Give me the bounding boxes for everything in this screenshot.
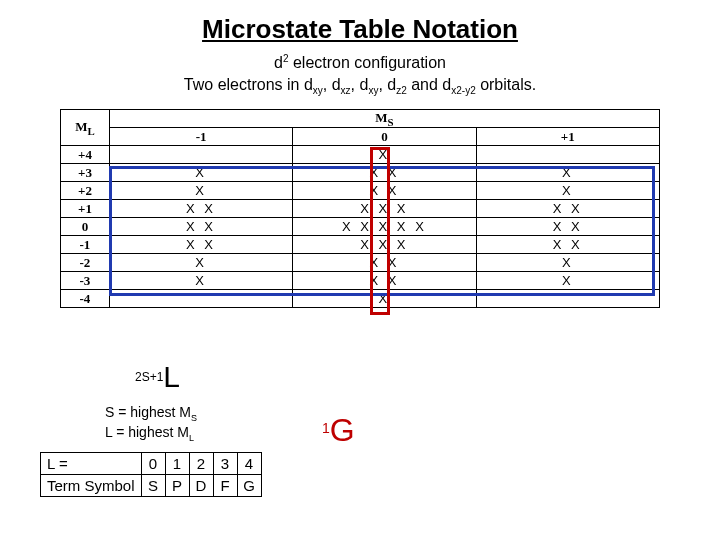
cell: X X [109, 236, 292, 254]
legend: S = highest MS L = highest ML [105, 404, 197, 443]
lookup-term-label: Term Symbol [41, 475, 142, 497]
cell: X [476, 164, 659, 182]
subtitle: d2 electron configuration [0, 53, 720, 72]
ml-row: -1 [61, 236, 110, 254]
microstate-table-wrap: ML MS -1 0 +1 +4X +3XX XX +2XX XX +1X XX… [60, 109, 660, 309]
lookup-cell: F [213, 475, 237, 497]
cell: X [109, 182, 292, 200]
cell [109, 290, 292, 308]
ml-row: +1 [61, 200, 110, 218]
lookup-cell: 3 [213, 453, 237, 475]
cell: X [476, 182, 659, 200]
cell [476, 290, 659, 308]
cell: X X X X X [293, 218, 476, 236]
cell: X [293, 290, 476, 308]
ml-row: +4 [61, 146, 110, 164]
lookup-cell: 1 [165, 453, 189, 475]
cell: X X [293, 254, 476, 272]
term-formula: 2S+1L [135, 360, 180, 394]
cell: X X [293, 164, 476, 182]
cell: X X X [293, 236, 476, 254]
cell: X X [109, 218, 292, 236]
cell: X X [476, 200, 659, 218]
ml-row: +3 [61, 164, 110, 182]
ml-row: +2 [61, 182, 110, 200]
cell [109, 146, 292, 164]
ml-row: -3 [61, 272, 110, 290]
cell: X [109, 164, 292, 182]
cell: X [293, 146, 476, 164]
cell: X X [293, 272, 476, 290]
cell: X X [293, 182, 476, 200]
ml-row: -4 [61, 290, 110, 308]
ms-col-0: 0 [293, 128, 476, 146]
lookup-cell: 4 [237, 453, 261, 475]
ml-row: 0 [61, 218, 110, 236]
ml-header: ML [61, 109, 110, 146]
lookup-cell: 2 [189, 453, 213, 475]
cell: X X [109, 200, 292, 218]
term-lookup-table: L = 0 1 2 3 4 Term Symbol S P D F G [40, 452, 262, 497]
ms-header: MS [109, 109, 659, 128]
legend-line-l: L = highest ML [105, 424, 197, 444]
microstate-table: ML MS -1 0 +1 +4X +3XX XX +2XX XX +1X XX… [60, 109, 660, 309]
lookup-cell: G [237, 475, 261, 497]
lookup-cell: D [189, 475, 213, 497]
orbital-description: Two electrons in dxy, dxz, dxy, dz2 and … [0, 76, 720, 96]
ground-term: 1G [322, 412, 355, 449]
cell [476, 146, 659, 164]
lookup-cell: S [141, 475, 165, 497]
ms-col-pos1: +1 [476, 128, 659, 146]
legend-line-s: S = highest MS [105, 404, 197, 424]
cell: X X [476, 218, 659, 236]
cell: X [109, 254, 292, 272]
cell: X [476, 254, 659, 272]
cell: X X [476, 236, 659, 254]
cell: X X X [293, 200, 476, 218]
lookup-cell: P [165, 475, 189, 497]
lookup-cell: 0 [141, 453, 165, 475]
cell: X [476, 272, 659, 290]
ml-row: -2 [61, 254, 110, 272]
ms-col-neg1: -1 [109, 128, 292, 146]
cell: X [109, 272, 292, 290]
lookup-l-label: L = [41, 453, 142, 475]
page-title: Microstate Table Notation [0, 14, 720, 45]
